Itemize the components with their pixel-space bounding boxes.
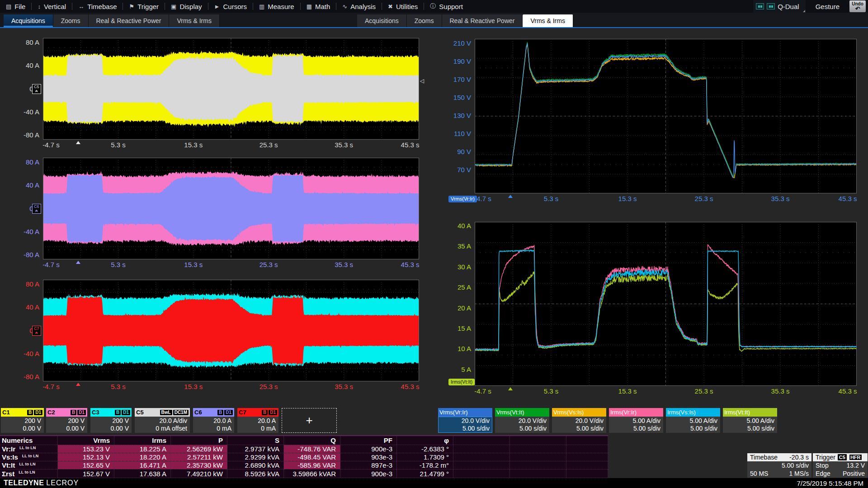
channel-descriptor-body: 200 V0.00 V: [90, 417, 132, 433]
zero-tag-unit: A: [34, 331, 39, 335]
menu-support[interactable]: ⓘSupport: [424, 0, 469, 13]
add-trace-button[interactable]: +: [282, 408, 337, 433]
trigger-level: 13.2 V: [847, 462, 865, 469]
rms-chart-vrms[interactable]: [475, 39, 857, 193]
channel-id: C2: [47, 409, 55, 416]
numerics-header-cell: Irms: [114, 436, 171, 445]
gesture-button[interactable]: Gesture: [810, 3, 845, 10]
waveform-grid-c1-c5[interactable]: [43, 38, 419, 140]
menu-utilities[interactable]: ✖Utilities: [382, 0, 424, 13]
waveform-grid-c3-c7[interactable]: [43, 280, 419, 381]
trace-descriptor-vrms-vs-is-[interactable]: Vrms(Vs:Is)20.0 V/div5.00 s/div: [552, 408, 606, 433]
vrms-trigger-time-marker[interactable]: [508, 195, 513, 198]
numerics-header-cell: [453, 436, 510, 445]
zero-level-tag-c6[interactable]: C6A: [32, 204, 41, 214]
menu-vertical[interactable]: ↕Vertical: [32, 0, 72, 13]
menu-display[interactable]: ▣Display: [165, 0, 208, 13]
channel-descriptor-c3[interactable]: C3BD1200 V0.00 V: [90, 408, 132, 433]
rms-chart-irms[interactable]: [475, 222, 857, 386]
channel-descriptor-header: C1BD1: [1, 408, 44, 417]
numerics-row-label[interactable]: ΣrstLL to LN: [0, 469, 58, 478]
tab-right-zooms[interactable]: Zooms: [407, 14, 442, 27]
qdual-button[interactable]: Q-Dual: [753, 0, 806, 13]
trace-tag-irms[interactable]: Irms(Vt:It): [448, 379, 475, 385]
timebase-panel[interactable]: Timebase-20.3 s 5.00 s/div 50 MS1 MS/s: [747, 453, 811, 478]
menu-trigger[interactable]: ⚑Trigger: [123, 0, 165, 13]
numerics-table[interactable]: NumericsVrmsIrmsPSQPFφVr:IrLL to LN153.2…: [0, 435, 608, 478]
channel-badge-dc1m: DC1M: [173, 410, 189, 415]
channel-scale: 20.0 A/div: [135, 417, 187, 425]
channel-descriptor-c6[interactable]: C6BD120.0 A0 mA: [193, 408, 234, 433]
measurement-pair: Vs:Is: [2, 453, 18, 461]
channel-descriptor-header: C6BD1: [193, 408, 234, 417]
trace-tag-vrms[interactable]: Vrms(Vr:Ir): [448, 196, 477, 202]
channel-descriptor-c1[interactable]: C1BD1200 V0.00 V: [1, 408, 44, 433]
numerics-value-cell: [453, 461, 510, 469]
timebase-icon: ↔: [78, 3, 84, 10]
irms-ytick-label: 35 A: [444, 243, 471, 250]
measurement-mode: LL to LN: [19, 462, 35, 466]
channel-descriptor-c7[interactable]: C7BD120.0 A0 mA: [237, 408, 278, 433]
channel-descriptor-c2[interactable]: C2BD1200 V0.00 V: [46, 408, 87, 433]
menu-file[interactable]: ▤File: [0, 0, 31, 13]
numerics-row-label[interactable]: Vs:IsLL to LN: [0, 453, 58, 461]
trigger-slope: Positive: [843, 470, 865, 477]
menu-math[interactable]: ▦Math: [301, 0, 336, 13]
c1-c5-ytick-label: 80 A: [12, 39, 39, 46]
numerics-value-cell: 3.59866 kVAR: [284, 469, 340, 478]
c3-c7-trigger-time-marker[interactable]: [76, 383, 80, 386]
tab-right-real-reactive-power[interactable]: Real & Reactive Power: [442, 14, 523, 27]
trace-descriptor-irms-vt-it-[interactable]: Irms(Vt:It)5.00 A/div5.00 s/div: [723, 408, 777, 433]
tab-left-vrms-irms[interactable]: Vrms & Irms: [169, 14, 219, 27]
channel-badge-b: B: [115, 410, 121, 415]
zero-level-tag-c5[interactable]: C5A: [32, 84, 41, 94]
trigger-panel[interactable]: Trigger C5 HFR Stop13.2 V EdgePositive: [813, 453, 868, 478]
trace-hscale: 5.00 s/div: [666, 425, 717, 432]
menu-timebase[interactable]: ↔Timebase: [72, 0, 123, 13]
undo-button[interactable]: Undo↶: [849, 0, 866, 12]
tab-left-real-reactive-power[interactable]: Real & Reactive Power: [89, 14, 170, 27]
trace-descriptor-header: Irms(Vr:Ir): [609, 408, 663, 417]
c3-c7-xtick-label: -4.7 s: [33, 383, 69, 390]
c3-c7-xtick-label: 5.3 s: [100, 383, 136, 390]
tab-left-zooms[interactable]: Zooms: [53, 14, 89, 27]
trace-descriptor-header: Vrms(Vr:Ir): [438, 408, 492, 417]
numerics-value-cell: [453, 453, 510, 461]
numerics-row-rst: ΣrstLL to LN152.67 V17.638 A7.49210 kW8.…: [0, 469, 608, 478]
c3-c7-ytick-label: 80 A: [12, 281, 39, 288]
trigger-state: Stop: [816, 462, 829, 469]
tab-right-vrms-irms[interactable]: Vrms & Irms: [523, 14, 573, 27]
numerics-row-label[interactable]: Vr:IrLL to LN: [0, 445, 58, 453]
numerics-row-label[interactable]: Vt:ItLL to LN: [0, 461, 58, 469]
qdual-display-icon: [767, 3, 775, 9]
trace-descriptor-body: 20.0 V/div5.00 s/div: [438, 417, 492, 433]
c3-c7-xtick-label: 25.3 s: [250, 383, 287, 390]
trace-name: Irms(Vr:Ir): [610, 409, 637, 416]
numerics-value-cell: 18.225 A: [114, 445, 171, 453]
trigger-level-marker[interactable]: ◁: [420, 78, 424, 84]
waveform-grid-c2-c6[interactable]: [43, 158, 419, 259]
menu-analysis[interactable]: ∿Analysis: [336, 0, 382, 13]
zero-tag-channel: C6: [34, 205, 39, 209]
channel-descriptor-c5[interactable]: C5BwLDC1M20.0 A/div0 mA offset: [135, 408, 190, 433]
trace-descriptor-irms-vs-is-[interactable]: Irms(Vs:Is)5.00 A/div5.00 s/div: [666, 408, 720, 433]
tab-left-acquisitions[interactable]: Acquisitions: [4, 14, 53, 27]
zero-tag-channel: C7: [34, 327, 39, 331]
trace-descriptor-irms-vr-ir-[interactable]: Irms(Vr:Ir)5.00 A/div5.00 s/div: [609, 408, 663, 433]
trace-name: Vrms(Vs:Is): [553, 409, 584, 416]
zero-level-tag-c7[interactable]: C7A: [32, 326, 41, 336]
vrms-xtick-label: 5.3 s: [533, 195, 569, 202]
menu-cursors[interactable]: ►Cursors: [208, 0, 253, 13]
menu-measure[interactable]: ▥Measure: [253, 0, 300, 13]
tab-right-acquisitions[interactable]: Acquisitions: [357, 14, 407, 27]
trace-descriptor-vrms-vt-it-[interactable]: Vrms(Vt:It)20.0 V/div5.00 s/div: [495, 408, 549, 433]
irms-trigger-time-marker[interactable]: [508, 387, 513, 390]
c2-c6-trigger-time-marker[interactable]: [76, 261, 80, 264]
trace-descriptor-vrms-vr-ir-[interactable]: Vrms(Vr:Ir)20.0 V/div5.00 s/div: [438, 408, 492, 433]
timebase-title: Timebase: [750, 454, 778, 461]
channel-descriptor-header: C7BD1: [237, 408, 278, 417]
c1-c5-trigger-time-marker[interactable]: [76, 141, 80, 144]
menu-timebase-label: Timebase: [87, 3, 117, 10]
trace-name: Vrms(Vt:It): [496, 409, 524, 416]
vrms-ytick-label: 110 V: [444, 130, 471, 137]
